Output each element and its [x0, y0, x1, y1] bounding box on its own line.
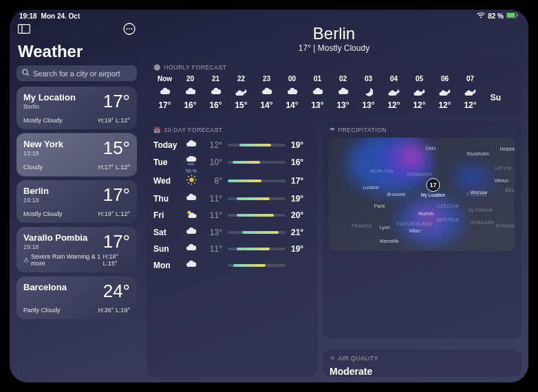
weather-icon	[184, 260, 199, 270]
card-temp: 15°	[103, 139, 130, 157]
map-city-label: Milan	[409, 228, 421, 233]
hour-time: 01	[314, 75, 321, 83]
map-city-label: London	[363, 185, 378, 190]
day-low: 13°	[204, 228, 222, 237]
hour-temp: 12°	[387, 100, 400, 110]
map-country-label: LATVIA	[494, 166, 511, 171]
weather-icon	[184, 193, 199, 204]
hour-time: 06	[441, 75, 449, 83]
svg-rect-2	[517, 14, 518, 17]
map-country-label: BELARUS	[506, 188, 515, 193]
hour-temp: 12°	[464, 100, 476, 110]
air-quality-panel[interactable]: ⚛AIR QUALITY Moderate	[323, 349, 521, 377]
search-input[interactable]: Search for a city or airport	[17, 65, 137, 81]
day-row: Wed8°17°	[153, 173, 310, 189]
clock-icon: 🕘	[153, 64, 162, 71]
hour-time: Now	[158, 75, 172, 83]
card-name: Berlin	[23, 186, 49, 196]
hero-summary: 17° | Mostly Cloudy	[147, 43, 521, 53]
map-city-label: Oslo	[426, 146, 435, 151]
card-temp: 17°	[103, 92, 130, 110]
svg-point-14	[189, 178, 193, 182]
weather-icon	[261, 86, 272, 97]
precipitation-map[interactable]: 17 My Location OsloStockholmHelsinkiLond…	[330, 138, 515, 251]
card-subtitle: 19:18	[23, 243, 87, 250]
day-name: Sun	[153, 244, 178, 254]
hour-temp: 12°	[413, 100, 425, 110]
day-name: Today	[153, 140, 178, 150]
map-country-label: ROMANIA	[496, 224, 515, 228]
hour-time: 03	[365, 75, 372, 83]
map-country-label: HUNGARY	[470, 220, 495, 225]
hour-temp: 15°	[235, 100, 247, 110]
day-row: Tue50 %10°16°	[153, 154, 310, 171]
sidebar: Weather Search for a city or airport My …	[10, 21, 142, 382]
map-country-label: North Sea	[370, 168, 394, 173]
app-title: Weather	[17, 42, 137, 61]
weather-icon	[184, 210, 199, 221]
hour-time: 20	[186, 75, 194, 83]
card-condition: Partly Cloudy	[23, 307, 61, 314]
aq-title: AIR QUALITY	[338, 355, 378, 362]
temp-range-bar	[228, 161, 286, 164]
status-date: Mon 24. Oct	[41, 12, 80, 20]
svg-point-8	[131, 28, 133, 30]
card-condition: ⚠Severe Rain Warning & 1 more	[23, 253, 103, 267]
hourly-item: 0512°	[408, 75, 431, 110]
hourly-item: 2016°	[179, 75, 202, 110]
hourly-item: 0113°	[306, 75, 329, 110]
svg-line-13	[193, 163, 193, 165]
status-time: 19:18	[19, 12, 37, 20]
hour-temp: 17°	[158, 100, 171, 110]
map-city-label: Helsinki	[499, 146, 515, 151]
weather-icon	[439, 86, 451, 97]
hour-temp: 13°	[311, 100, 323, 110]
hourly-item: Su	[484, 75, 507, 110]
card-condition: Cloudy	[23, 164, 43, 171]
location-card[interactable]: Varallo Pombia19:1817°⚠Severe Rain Warni…	[17, 227, 137, 272]
location-card[interactable]: Berlin19:1817°Mostly CloudyH:19° L:12°	[17, 180, 137, 223]
more-icon[interactable]	[123, 23, 136, 38]
svg-point-6	[127, 28, 128, 30]
map-country-label: FRANCE	[352, 224, 372, 228]
hourly-item: 0612°	[433, 75, 456, 110]
weather-icon	[184, 227, 199, 237]
location-card[interactable]: New York13:1815°CloudyH:17° L:12°	[17, 133, 137, 176]
map-city-label: Munich	[418, 211, 434, 216]
day-name: Mon	[153, 261, 178, 270]
weather-icon	[235, 86, 248, 97]
weather-icon	[338, 86, 349, 97]
weather-icon	[185, 86, 196, 97]
hour-time: 22	[237, 75, 245, 83]
day-low: 11°	[204, 210, 222, 220]
hour-time: 23	[263, 75, 270, 83]
card-hi-lo: H:18° L:15°	[103, 253, 130, 267]
hour-temp: 12°	[438, 100, 451, 110]
day-high: 19°	[291, 244, 310, 254]
weather-icon	[388, 86, 400, 97]
day-name: Tue	[153, 157, 178, 167]
svg-line-22	[194, 176, 195, 177]
hourly-title: HOURLY FORECAST	[164, 64, 227, 71]
map-city-label: Brussels	[387, 192, 405, 197]
map-country-label: DENMARK	[407, 172, 432, 177]
day-row: Sun11°19°	[153, 241, 310, 256]
tenday-title: 10-DAY FORECAST	[164, 127, 223, 133]
weather-icon	[364, 86, 373, 97]
location-card[interactable]: My LocationBerlin17°Mostly CloudyH:19° L…	[17, 87, 137, 129]
map-location-pin: 17 My Location	[421, 178, 445, 197]
map-country-label: CZECHIA	[437, 204, 459, 208]
card-name: Varallo Pombia	[23, 232, 87, 243]
location-card[interactable]: Barcelona24°Partly CloudyH:26° L:19°	[17, 276, 137, 319]
hour-time: 05	[416, 75, 423, 83]
hour-time: 02	[339, 75, 347, 83]
day-row: Thu11°19°	[153, 191, 310, 206]
search-icon	[22, 69, 30, 78]
precipitation-panel[interactable]: ☂PRECIPITATION 17 My Location	[323, 121, 521, 338]
card-hi-lo: H:19° L:12°	[98, 210, 130, 217]
map-city-label: Paris	[374, 204, 385, 208]
svg-rect-3	[19, 25, 30, 34]
hour-temp: 13°	[362, 100, 374, 110]
map-city-label: Marseille	[380, 239, 399, 243]
sidebar-toggle-icon[interactable]	[18, 24, 30, 36]
